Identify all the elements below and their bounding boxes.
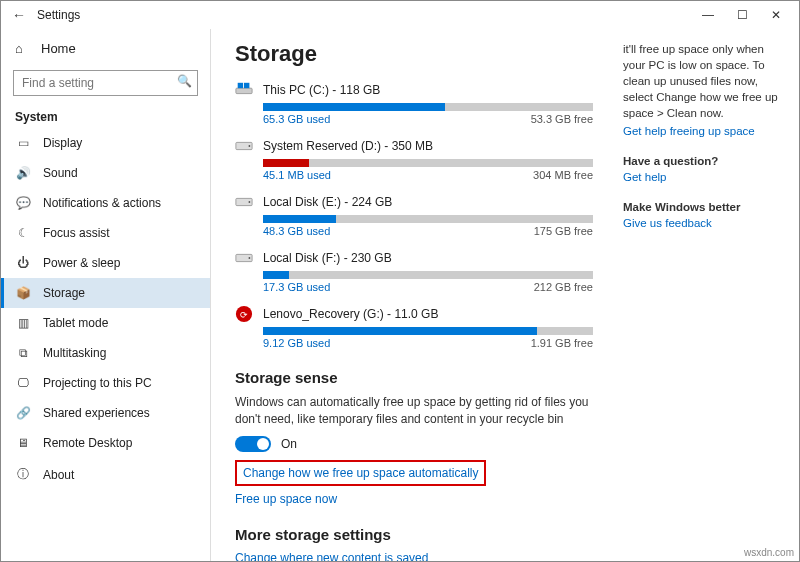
drive-row[interactable]: Local Disk (E:) - 224 GB48.3 GB used175 … [235,193,593,237]
power-icon: ⏻ [15,256,31,270]
storage-icon: 📦 [15,286,31,300]
svg-rect-0 [236,88,252,93]
drive-row[interactable]: Local Disk (F:) - 230 GB17.3 GB used212 … [235,249,593,293]
svg-rect-2 [244,83,249,88]
drive-name: This PC (C:) - 118 GB [263,83,380,97]
sidebar-item-label: Shared experiences [43,406,150,420]
storage-sense-heading: Storage sense [235,369,593,386]
page-title: Storage [235,41,593,67]
toggle-label: On [281,437,297,451]
drive-icon: ⟳ [235,305,253,323]
drive-usage-bar [263,103,593,111]
drive-icon [235,137,253,155]
drive-name: Local Disk (F:) - 230 GB [263,251,392,265]
drive-usage-bar [263,159,593,167]
sidebar-item-remote[interactable]: 🖥Remote Desktop [1,428,210,458]
link-change-free-up[interactable]: Change how we free up space automaticall… [235,460,486,486]
drive-name: Lenovo_Recovery (G:) - 11.0 GB [263,307,438,321]
remote-icon: 🖥 [15,436,31,450]
svg-point-6 [249,201,251,203]
sidebar-item-label: Focus assist [43,226,110,240]
sidebar-item-storage[interactable]: 📦Storage [1,278,210,308]
sidebar-item-tablet[interactable]: ▥Tablet mode [1,308,210,338]
drive-usage-bar [263,215,593,223]
toggle-switch-icon [235,436,271,452]
svg-point-4 [249,145,251,147]
sidebar-item-notifications[interactable]: 💬Notifications & actions [1,188,210,218]
more-storage-heading: More storage settings [235,526,593,543]
sidebar-home[interactable]: ⌂ Home [1,33,210,64]
search-input[interactable] [13,70,198,96]
drive-icon [235,193,253,211]
drive-row[interactable]: This PC (C:) - 118 GB65.3 GB used53.3 GB… [235,81,593,125]
link-give-feedback[interactable]: Give us feedback [623,217,789,229]
tip-text: it'll free up space only when your PC is… [623,41,789,121]
sidebar-item-shared[interactable]: 🔗Shared experiences [1,398,210,428]
sidebar-item-label: Sound [43,166,78,180]
drive-name: System Reserved (D:) - 350 MB [263,139,433,153]
drive-name: Local Disk (E:) - 224 GB [263,195,392,209]
sidebar-item-projecting[interactable]: 🖵Projecting to this PC [1,368,210,398]
sidebar-item-multitasking[interactable]: ⧉Multitasking [1,338,210,368]
sidebar-item-display[interactable]: ▭Display [1,128,210,158]
focus-icon: ☾ [15,226,31,240]
drive-usage-bar [263,327,593,335]
storage-sense-toggle[interactable]: On [235,436,593,452]
sidebar-item-power[interactable]: ⏻Power & sleep [1,248,210,278]
sidebar-item-label: Notifications & actions [43,196,161,210]
minimize-button[interactable]: — [691,1,725,29]
notifications-icon: 💬 [15,196,31,210]
drive-free: 175 GB free [534,225,593,237]
search-box[interactable]: 🔍 [13,70,198,96]
drive-icon [235,81,253,99]
drive-used: 48.3 GB used [263,225,330,237]
sidebar-item-focus-assist[interactable]: ☾Focus assist [1,218,210,248]
link-change-save-location[interactable]: Change where new content is saved [235,551,593,561]
sidebar-item-label: Tablet mode [43,316,108,330]
svg-point-8 [249,257,251,259]
maximize-button[interactable]: ☐ [725,1,759,29]
projecting-icon: 🖵 [15,376,31,390]
svg-text:⟳: ⟳ [240,310,248,320]
back-button[interactable]: ← [7,7,31,23]
sidebar-item-sound[interactable]: 🔊Sound [1,158,210,188]
about-icon: ⓘ [15,466,31,483]
drive-icon [235,249,253,267]
drive-used: 17.3 GB used [263,281,330,293]
sidebar-item-label: Multitasking [43,346,106,360]
sidebar-item-label: Storage [43,286,85,300]
sidebar-section-label: System [1,104,210,128]
question-heading: Have a question? [623,155,789,167]
drive-row[interactable]: ⟳Lenovo_Recovery (G:) - 11.0 GB9.12 GB u… [235,305,593,349]
shared-icon: 🔗 [15,406,31,420]
feedback-heading: Make Windows better [623,201,789,213]
sidebar-item-about[interactable]: ⓘAbout [1,458,210,491]
svg-rect-1 [238,83,243,88]
sound-icon: 🔊 [15,166,31,180]
storage-sense-description: Windows can automatically free up space … [235,394,593,428]
drive-used: 65.3 GB used [263,113,330,125]
sidebar-item-label: Power & sleep [43,256,120,270]
drive-used: 9.12 GB used [263,337,330,349]
watermark: wsxdn.com [744,547,794,558]
link-get-help-freeing-space[interactable]: Get help freeing up space [623,125,789,137]
link-get-help[interactable]: Get help [623,171,789,183]
close-button[interactable]: ✕ [759,1,793,29]
drive-used: 45.1 MB used [263,169,331,181]
sidebar: ⌂ Home 🔍 System ▭Display 🔊Sound 💬Notific… [1,29,211,561]
multitasking-icon: ⧉ [15,346,31,360]
tablet-icon: ▥ [15,316,31,330]
drive-free: 304 MB free [533,169,593,181]
search-icon: 🔍 [177,74,192,88]
app-title: Settings [37,8,80,22]
drive-usage-bar [263,271,593,279]
sidebar-item-label: Projecting to this PC [43,376,152,390]
sidebar-item-label: About [43,468,74,482]
link-free-up-now[interactable]: Free up space now [235,492,593,506]
sidebar-item-label: Remote Desktop [43,436,132,450]
home-icon: ⌂ [15,41,31,56]
display-icon: ▭ [15,136,31,150]
drive-row[interactable]: System Reserved (D:) - 350 MB45.1 MB use… [235,137,593,181]
sidebar-item-label: Display [43,136,82,150]
drive-free: 212 GB free [534,281,593,293]
